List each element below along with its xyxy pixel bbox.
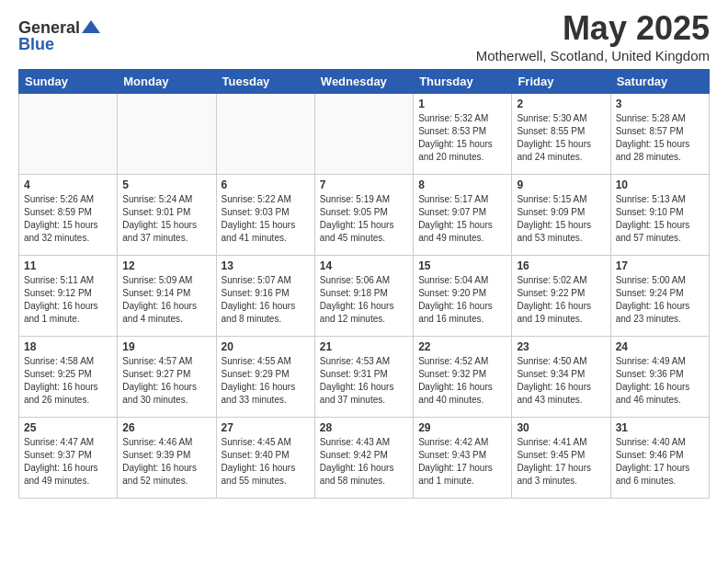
logo-blue-text: Blue [18,35,54,54]
weekday-header-tuesday: Tuesday [216,70,314,94]
day-number: 25 [24,421,112,434]
weekday-header-sunday: Sunday [19,70,118,94]
weekday-header-friday: Friday [512,70,610,94]
day-info: Sunrise: 5:19 AM Sunset: 9:05 PM Dayligh… [320,193,408,245]
month-title: May 2025 [476,9,710,48]
day-number: 17 [616,259,704,272]
day-number: 24 [616,340,704,353]
day-info: Sunrise: 4:41 AM Sunset: 9:45 PM Dayligh… [517,436,605,488]
day-number: 18 [24,340,112,353]
day-info: Sunrise: 4:58 AM Sunset: 9:25 PM Dayligh… [24,355,112,407]
day-cell: 20Sunrise: 4:55 AM Sunset: 9:29 PM Dayli… [216,337,314,418]
day-cell: 8Sunrise: 5:17 AM Sunset: 9:07 PM Daylig… [414,175,512,256]
day-number: 6 [222,178,310,191]
day-cell: 11Sunrise: 5:11 AM Sunset: 9:12 PM Dayli… [19,256,118,337]
day-info: Sunrise: 4:50 AM Sunset: 9:34 PM Dayligh… [517,355,605,407]
day-number: 7 [320,178,408,191]
day-number: 8 [418,178,506,191]
day-cell: 30Sunrise: 4:41 AM Sunset: 9:45 PM Dayli… [512,418,610,499]
day-number: 3 [616,98,704,110]
day-number: 12 [122,259,210,272]
day-cell: 7Sunrise: 5:19 AM Sunset: 9:05 PM Daylig… [314,175,413,256]
day-number: 30 [517,421,605,434]
day-cell: 17Sunrise: 5:00 AM Sunset: 9:24 PM Dayli… [610,256,709,337]
day-cell: 14Sunrise: 5:06 AM Sunset: 9:18 PM Dayli… [314,256,413,337]
day-info: Sunrise: 5:13 AM Sunset: 9:10 PM Dayligh… [616,193,704,245]
day-cell [118,94,216,175]
day-info: Sunrise: 4:40 AM Sunset: 9:46 PM Dayligh… [616,436,704,488]
day-info: Sunrise: 5:15 AM Sunset: 9:09 PM Dayligh… [517,193,605,245]
day-info: Sunrise: 5:06 AM Sunset: 9:18 PM Dayligh… [320,274,408,326]
day-info: Sunrise: 4:45 AM Sunset: 9:40 PM Dayligh… [222,436,310,488]
weekday-header-row: SundayMondayTuesdayWednesdayThursdayFrid… [19,70,710,94]
day-info: Sunrise: 5:24 AM Sunset: 9:01 PM Dayligh… [122,193,210,245]
day-cell: 9Sunrise: 5:15 AM Sunset: 9:09 PM Daylig… [512,175,610,256]
day-cell: 3Sunrise: 5:28 AM Sunset: 8:57 PM Daylig… [610,94,709,175]
day-number: 20 [222,340,310,353]
day-cell: 15Sunrise: 5:04 AM Sunset: 9:20 PM Dayli… [414,256,512,337]
day-cell: 12Sunrise: 5:09 AM Sunset: 9:14 PM Dayli… [118,256,216,337]
day-cell: 24Sunrise: 4:49 AM Sunset: 9:36 PM Dayli… [610,337,709,418]
day-cell: 22Sunrise: 4:52 AM Sunset: 9:32 PM Dayli… [414,337,512,418]
day-cell: 23Sunrise: 4:50 AM Sunset: 9:34 PM Dayli… [512,337,610,418]
day-info: Sunrise: 4:46 AM Sunset: 9:39 PM Dayligh… [122,436,210,488]
day-cell: 19Sunrise: 4:57 AM Sunset: 9:27 PM Dayli… [118,337,216,418]
day-number: 4 [24,178,112,191]
day-info: Sunrise: 5:00 AM Sunset: 9:24 PM Dayligh… [616,274,704,326]
day-number: 1 [418,98,506,110]
day-info: Sunrise: 5:02 AM Sunset: 9:22 PM Dayligh… [517,274,605,326]
day-number: 9 [517,178,605,191]
day-cell: 31Sunrise: 4:40 AM Sunset: 9:46 PM Dayli… [610,418,709,499]
day-cell: 4Sunrise: 5:26 AM Sunset: 8:59 PM Daylig… [19,175,118,256]
day-info: Sunrise: 4:47 AM Sunset: 9:37 PM Dayligh… [24,436,112,488]
day-number: 11 [24,259,112,272]
day-number: 31 [616,421,704,434]
day-info: Sunrise: 4:42 AM Sunset: 9:43 PM Dayligh… [418,436,506,488]
weekday-header-wednesday: Wednesday [314,70,413,94]
day-number: 16 [517,259,605,272]
day-info: Sunrise: 4:55 AM Sunset: 9:29 PM Dayligh… [222,355,310,407]
day-cell [314,94,413,175]
day-cell: 29Sunrise: 4:42 AM Sunset: 9:43 PM Dayli… [414,418,512,499]
day-number: 22 [418,340,506,353]
header: General Blue May 2025 Motherwell, Scotla… [18,9,710,63]
day-cell: 25Sunrise: 4:47 AM Sunset: 9:37 PM Dayli… [19,418,118,499]
week-row-2: 4Sunrise: 5:26 AM Sunset: 8:59 PM Daylig… [19,175,710,256]
day-number: 2 [517,98,605,110]
day-info: Sunrise: 4:52 AM Sunset: 9:32 PM Dayligh… [418,355,506,407]
logo-icon [80,17,102,39]
day-number: 26 [122,421,210,434]
day-info: Sunrise: 5:04 AM Sunset: 9:20 PM Dayligh… [418,274,506,326]
day-info: Sunrise: 4:53 AM Sunset: 9:31 PM Dayligh… [320,355,408,407]
day-number: 19 [122,340,210,353]
day-info: Sunrise: 5:30 AM Sunset: 8:55 PM Dayligh… [517,112,605,164]
day-number: 28 [320,421,408,434]
day-info: Sunrise: 5:07 AM Sunset: 9:16 PM Dayligh… [222,274,310,326]
day-info: Sunrise: 5:28 AM Sunset: 8:57 PM Dayligh… [616,112,704,164]
day-cell: 5Sunrise: 5:24 AM Sunset: 9:01 PM Daylig… [118,175,216,256]
day-number: 5 [122,178,210,191]
weekday-header-saturday: Saturday [610,70,709,94]
day-cell: 26Sunrise: 4:46 AM Sunset: 9:39 PM Dayli… [118,418,216,499]
day-cell: 2Sunrise: 5:30 AM Sunset: 8:55 PM Daylig… [512,94,610,175]
day-info: Sunrise: 5:09 AM Sunset: 9:14 PM Dayligh… [122,274,210,326]
day-cell: 28Sunrise: 4:43 AM Sunset: 9:42 PM Dayli… [314,418,413,499]
day-number: 13 [222,259,310,272]
svg-marker-0 [82,20,100,33]
day-info: Sunrise: 5:17 AM Sunset: 9:07 PM Dayligh… [418,193,506,245]
day-cell: 27Sunrise: 4:45 AM Sunset: 9:40 PM Dayli… [216,418,314,499]
day-number: 15 [418,259,506,272]
day-cell: 1Sunrise: 5:32 AM Sunset: 8:53 PM Daylig… [414,94,512,175]
day-cell: 10Sunrise: 5:13 AM Sunset: 9:10 PM Dayli… [610,175,709,256]
week-row-4: 18Sunrise: 4:58 AM Sunset: 9:25 PM Dayli… [19,337,710,418]
day-cell: 18Sunrise: 4:58 AM Sunset: 9:25 PM Dayli… [19,337,118,418]
weekday-header-monday: Monday [118,70,216,94]
day-info: Sunrise: 4:43 AM Sunset: 9:42 PM Dayligh… [320,436,408,488]
day-cell [216,94,314,175]
day-number: 23 [517,340,605,353]
week-row-1: 1Sunrise: 5:32 AM Sunset: 8:53 PM Daylig… [19,94,710,175]
calendar: SundayMondayTuesdayWednesdayThursdayFrid… [18,69,710,499]
day-info: Sunrise: 5:32 AM Sunset: 8:53 PM Dayligh… [418,112,506,164]
title-area: May 2025 Motherwell, Scotland, United Ki… [476,9,710,63]
day-cell [19,94,118,175]
